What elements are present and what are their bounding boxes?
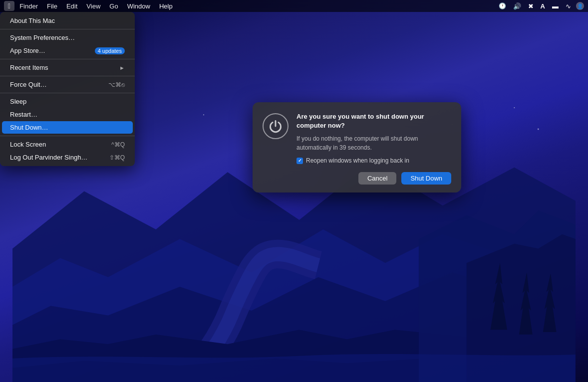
menu-item-force-quit[interactable]: Force Quit… ⌥⌘⎋ — [2, 78, 133, 91]
menu-separator-3 — [0, 76, 135, 76]
menu-item-shut-down-label: Shut Down… — [10, 124, 48, 131]
shutdown-dialog: Are you sure you want to shut down your … — [253, 102, 461, 192]
menu-item-about-label: About This Mac — [10, 17, 55, 24]
menu-separator-5 — [0, 136, 135, 136]
cancel-button[interactable]: Cancel — [358, 172, 396, 185]
menu-item-recent-items[interactable]: Recent Items ► — [2, 61, 133, 74]
dialog-body: Are you sure you want to shut down your … — [263, 112, 451, 164]
menu-item-sleep-label: Sleep — [10, 98, 26, 105]
force-quit-shortcut: ⌥⌘⎋ — [108, 81, 125, 88]
menu-item-recent-items-label: Recent Items — [10, 64, 48, 71]
menu-separator-2 — [0, 59, 135, 59]
recent-items-chevron-icon: ► — [119, 65, 125, 71]
a-text-icon[interactable]: A — [539, 1, 547, 11]
dialog-checkbox-row: Reopen windows when logging back in — [296, 157, 451, 164]
menu-item-about[interactable]: About This Mac — [2, 14, 133, 27]
user-icon[interactable]: 👤 — [576, 2, 584, 10]
dialog-subtitle: If you do nothing, the computer will shu… — [296, 134, 451, 152]
lock-screen-shortcut: ^⌘Q — [111, 141, 125, 148]
menubar-edit[interactable]: Edit — [62, 1, 81, 11]
menubar-view[interactable]: View — [82, 1, 104, 11]
volume-icon[interactable]: 🔊 — [511, 1, 523, 11]
menubar:  Finder File Edit View Go Window Help 🕐… — [0, 0, 588, 12]
bluetooth-icon[interactable]: ✖ — [526, 1, 536, 11]
reopen-windows-label: Reopen windows when logging back in — [306, 157, 409, 164]
menu-item-sleep[interactable]: Sleep — [2, 95, 133, 108]
dialog-text-area: Are you sure you want to shut down your … — [296, 112, 451, 164]
menu-separator-1 — [0, 29, 135, 29]
menubar-finder[interactable]: Finder — [15, 1, 42, 11]
menubar-go[interactable]: Go — [105, 1, 122, 11]
wifi-icon[interactable]: ∿ — [564, 1, 573, 11]
menubar-window[interactable]: Window — [123, 1, 154, 11]
menubar-file[interactable]: File — [43, 1, 61, 11]
app-store-badge: 4 updates — [95, 47, 125, 54]
menu-item-force-quit-label: Force Quit… — [10, 81, 47, 88]
menu-item-lock-screen[interactable]: Lock Screen ^⌘Q — [2, 138, 133, 151]
clock-icon[interactable]: 🕐 — [497, 1, 508, 10]
menu-item-system-prefs-label: System Preferences… — [10, 34, 75, 41]
menu-item-app-store-label: App Store… — [10, 47, 45, 54]
menubar-left:  Finder File Edit View Go Window Help — [4, 1, 177, 11]
menu-separator-4 — [0, 93, 135, 93]
menu-item-log-out-label: Log Out Parvinder Singh… — [10, 154, 87, 161]
menubar-help[interactable]: Help — [155, 1, 177, 11]
menu-item-restart[interactable]: Restart… — [2, 108, 133, 121]
menubar-right: 🕐 🔊 ✖ A ▬ ∿ 👤 — [497, 1, 584, 11]
menu-item-shut-down[interactable]: Shut Down… — [2, 121, 133, 134]
battery-icon[interactable]: ▬ — [550, 1, 561, 11]
menu-item-lock-screen-label: Lock Screen — [10, 141, 46, 148]
menu-item-restart-label: Restart… — [10, 111, 37, 118]
dialog-title: Are you sure you want to shut down your … — [296, 112, 451, 130]
svg-point-6 — [538, 128, 539, 130]
dialog-buttons: Cancel Shut Down — [263, 172, 451, 185]
menu-item-log-out[interactable]: Log Out Parvinder Singh… ⇧⌘Q — [2, 151, 133, 164]
power-icon — [263, 113, 289, 139]
svg-point-0 — [203, 114, 204, 115]
menu-item-app-store[interactable]: App Store… 4 updates — [2, 44, 133, 57]
svg-point-5 — [514, 107, 515, 108]
log-out-shortcut: ⇧⌘Q — [109, 154, 125, 161]
apple-menu-dropdown: About This Mac System Preferences… App S… — [0, 12, 135, 166]
reopen-windows-checkbox[interactable] — [296, 158, 303, 164]
apple-menu-button[interactable]:  — [4, 1, 14, 11]
shut-down-button[interactable]: Shut Down — [401, 172, 451, 185]
menu-item-system-prefs[interactable]: System Preferences… — [2, 31, 133, 44]
